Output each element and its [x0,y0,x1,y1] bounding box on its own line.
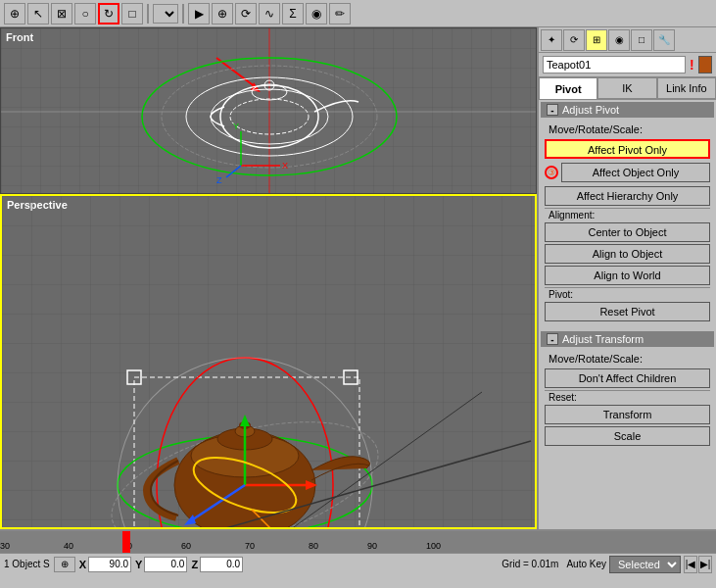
front-viewport-svg: X Y Z [1,28,536,193]
main-area: Front [0,27,716,529]
timeline-line [126,531,128,553]
grid-label: Grid = 0.01m [501,559,558,569]
perspective-viewport[interactable]: Perspective [0,194,537,529]
next-frame-btn[interactable]: ▶| [698,556,712,573]
affect-object-indicator: ③ [545,166,558,179]
timeline-marker-100: 100 [426,541,441,551]
curve-btn[interactable]: ◉ [306,3,327,24]
persp-viewport-svg: X Y Z [2,196,535,527]
dont-affect-children-btn[interactable]: Don't Affect Children [545,368,710,388]
utilities-icon[interactable]: 🔧 [653,29,675,51]
front-viewport[interactable]: Front [0,27,537,194]
view-dropdown[interactable]: View [153,4,178,24]
selected-dropdown[interactable]: Selected [609,556,681,573]
timeline-row[interactable]: 30 40 50 60 70 80 90 100 [0,531,716,553]
y-label: Y [135,559,142,570]
alignment-label: Alignment: [545,208,710,220]
playback-controls: |◀ ▶| [684,556,712,573]
coords-row: 1 Object S ⊕ X Y Z Grid = 0.01m Auto Key… [0,553,716,574]
obj-count: 1 Object S [4,559,50,569]
autokey-label: Auto Key [566,559,606,569]
x-input[interactable] [88,557,131,572]
transform-btn[interactable]: Transform [545,405,710,424]
object-name-row: ! [539,53,716,77]
affect-pivot-only-btn[interactable]: Affect Pivot Only [545,139,710,159]
tab-ik[interactable]: IK [597,77,656,99]
x-coord-field: X [79,557,131,572]
align-to-world-btn[interactable]: Align to World [545,266,710,285]
adjust-pivot-content: Move/Rotate/Scale: Affect Pivot Only ③ A… [541,118,714,327]
sub-tabs: Pivot IK Link Info [539,77,716,100]
z-coord-field: Z [191,557,243,572]
separator1 [147,4,149,24]
tab-link-info[interactable]: Link Info [657,77,716,99]
prev-frame-btn[interactable]: |◀ [684,556,697,573]
layer-btn[interactable]: Σ [282,3,304,24]
create-icon[interactable]: ✦ [541,29,562,51]
object-color-swatch[interactable] [698,56,712,74]
display-icon[interactable]: □ [631,29,652,51]
select-tool[interactable]: ⊕ [4,3,25,24]
affect-object-only-btn[interactable]: Affect Object Only [561,163,710,182]
collapse-transform-icon[interactable]: - [547,333,558,345]
motion-icon[interactable]: ◉ [608,29,630,51]
affect-hierarchy-btn[interactable]: Affect Hierarchy Only [545,186,710,206]
adjust-transform-title: Adjust Transform [562,333,644,345]
timeline-marker-40: 40 [64,541,73,551]
adjust-transform-header[interactable]: - Adjust Transform [541,331,714,347]
adjust-pivot-title: Adjust Pivot [562,104,619,116]
pivot-label: Pivot: [545,287,710,300]
y-coord-field: Y [135,557,187,572]
timeline-marker-70: 70 [245,541,255,551]
move-rotate-scale-label: Move/Rotate/Scale: [545,122,710,137]
warning-icon: ! [690,57,694,73]
scale-btn[interactable]: Scale [545,426,710,446]
svg-rect-0 [1,28,536,193]
collapse-icon[interactable]: - [547,104,558,116]
reset-label: Reset: [545,390,710,403]
hierarchy-icon[interactable]: ⊞ [586,29,607,51]
toolbar: ⊕ ↖ ⊠ ○ ↻ □ View ▶ ⊕ ⟳ ∿ Σ ◉ ✏ [0,0,716,27]
lasso-tool[interactable]: ○ [74,3,96,24]
move-tool[interactable]: ↖ [27,3,49,24]
y-input[interactable] [144,557,187,572]
align-btn[interactable]: ∿ [259,3,280,24]
scale-tool[interactable]: □ [121,3,143,24]
x-label: X [79,559,86,570]
svg-text:Y: Y [233,122,239,131]
adjust-pivot-rollout: - Adjust Pivot Move/Rotate/Scale: Affect… [541,102,714,327]
panel-icon-row: ✦ ⟳ ⊞ ◉ □ 🔧 [539,27,716,53]
separator2 [182,4,184,24]
align-to-object-btn[interactable]: Align to Object [545,244,710,264]
timeline-marker-60: 60 [181,541,191,551]
move-rotate-scale-2-label: Move/Rotate/Scale: [545,351,710,367]
world-space-icon[interactable]: ⊕ [54,557,75,572]
rotate-tool[interactable]: ↻ [98,3,119,24]
adjust-pivot-header[interactable]: - Adjust Pivot [541,102,714,118]
object-name-input[interactable] [543,56,686,74]
adjust-transform-content: Move/Rotate/Scale: Don't Affect Children… [541,347,714,452]
render-btn[interactable]: ▶ [188,3,210,24]
reset-pivot-btn[interactable]: Reset Pivot [545,302,710,321]
timeline-marker-80: 80 [309,541,318,551]
tab-pivot[interactable]: Pivot [539,77,597,99]
mirror-btn[interactable]: ⟳ [235,3,257,24]
svg-text:Z: Z [216,175,222,185]
right-panel: ✦ ⟳ ⊞ ◉ □ 🔧 ! Pivot IK Link Info - Adjus… [537,27,716,529]
timeline-marker-90: 90 [367,541,377,551]
material-btn[interactable]: ⊕ [212,3,233,24]
viewports-container: Front [0,27,537,529]
text-btn[interactable]: ✏ [329,3,351,24]
statusbar: 30 40 50 60 70 80 90 100 1 Object S ⊕ X … [0,529,716,588]
modify-icon[interactable]: ⟳ [563,29,585,51]
center-to-object-btn[interactable]: Center to Object [545,222,710,242]
timeline-marker-30: 30 [0,541,10,551]
svg-text:X: X [282,161,288,171]
z-label: Z [191,559,198,570]
adjust-transform-rollout: - Adjust Transform Move/Rotate/Scale: Do… [541,331,714,452]
z-input[interactable] [200,557,243,572]
select-region[interactable]: ⊠ [51,3,72,24]
